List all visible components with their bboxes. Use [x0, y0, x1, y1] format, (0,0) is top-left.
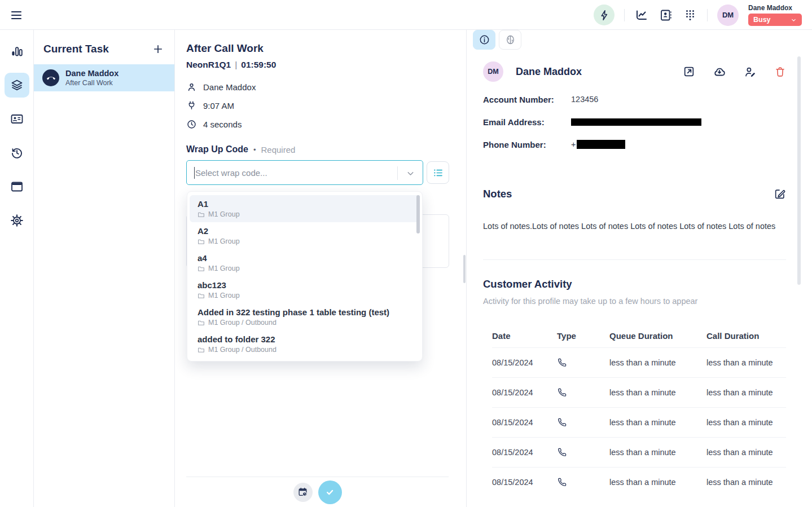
phone-call-icon — [557, 477, 567, 487]
acw-timer: 01:59:50 — [241, 60, 276, 70]
open-profile-button[interactable] — [683, 65, 695, 78]
wrap-code-dropdown: A1 M1 Group A2 M1 Group a4 M1 Group abc1… — [187, 191, 423, 361]
plus-icon — [152, 43, 164, 55]
account-number-label: Account Number: — [483, 95, 571, 104]
activity-date: 08/15/2024 — [492, 388, 557, 397]
gear-icon — [10, 214, 24, 227]
analytics-chart-button[interactable] — [634, 8, 649, 23]
wrap-code-option[interactable]: A1 M1 Group — [190, 195, 420, 222]
activity-row[interactable]: 08/15/2024 less than a minute less than … — [492, 437, 786, 467]
activity-row[interactable]: 08/15/2024 less than a minute less than … — [492, 407, 786, 437]
wrap-code-option[interactable]: Added in 322 testing phase 1 table testi… — [190, 303, 420, 330]
option-title: A1 — [197, 199, 412, 209]
user-avatar[interactable]: DM — [717, 5, 739, 26]
task-call-avatar — [42, 69, 59, 86]
wrap-code-option[interactable]: a4 M1 Group — [190, 249, 420, 276]
user-edit-icon — [744, 65, 757, 78]
tab-profile-info[interactable] — [473, 30, 495, 50]
tab-ai-insights[interactable] — [499, 30, 521, 50]
add-task-button[interactable] — [151, 42, 165, 56]
account-number-row: Account Number: 123456 — [483, 94, 786, 104]
activity-row[interactable]: 08/15/2024 less than a minute less than … — [492, 377, 786, 407]
list-icon — [432, 167, 444, 179]
option-title: Added in 322 testing phase 1 table testi… — [197, 307, 412, 317]
contacts-button[interactable] — [659, 8, 673, 23]
wrap-code-option[interactable]: abc123 M1 Group — [190, 276, 420, 303]
chevron-down-icon[interactable] — [406, 169, 415, 178]
status-dropdown-button[interactable]: Busy — [748, 14, 802, 26]
wrap-code-placeholder: Select wrap code... — [195, 168, 267, 178]
activity-queue-duration: less than a minute — [609, 448, 706, 457]
col-call-duration: Call Duration — [706, 331, 786, 341]
call-end-icon — [46, 73, 56, 83]
info-icon — [479, 34, 490, 46]
col-queue-duration: Queue Duration — [609, 331, 706, 341]
task-title: After Call Work — [186, 42, 449, 55]
activity-call-duration: less than a minute — [706, 358, 786, 367]
nav-analytics[interactable] — [5, 39, 29, 64]
option-group: M1 Group / Outbound — [208, 319, 276, 327]
schedule-callback-button[interactable] — [293, 483, 313, 502]
option-group: M1 Group — [208, 237, 240, 245]
nav-history[interactable] — [5, 140, 29, 165]
phone-redacted — [577, 140, 625, 149]
topbar-divider — [624, 9, 625, 21]
activity-row[interactable]: 08/15/2024 less than a minute less than … — [492, 467, 786, 497]
option-group: M1 Group — [208, 292, 240, 299]
profile-avatar: DM — [483, 61, 503, 82]
download-profile-button[interactable] — [713, 65, 726, 78]
clock-icon — [186, 119, 197, 130]
phone-prefix: + — [571, 140, 576, 149]
col-date: Date — [492, 331, 557, 341]
dropdown-scrollbar[interactable] — [416, 195, 420, 233]
phone-call-icon — [557, 447, 567, 457]
customer-activity-title: Customer Activity — [483, 278, 786, 290]
activity-date: 08/15/2024 — [492, 358, 557, 367]
main-panel-scrollbar[interactable] — [463, 255, 466, 283]
wrap-code-option[interactable]: A2 M1 Group — [190, 222, 420, 249]
quick-action-button[interactable] — [594, 5, 615, 25]
edit-notes-button[interactable] — [774, 188, 786, 200]
task-status: After Call Work — [65, 79, 118, 87]
layers-icon — [10, 78, 24, 92]
customer-activity-subtitle: Activity for this profile may take up to… — [483, 297, 786, 306]
nav-settings[interactable] — [5, 208, 29, 233]
wrap-code-option[interactable]: added to folder 322 M1 Group / Outbound — [190, 330, 420, 358]
activity-table-header: Date Type Queue Duration Call Duration — [492, 324, 786, 347]
topbar-divider — [707, 9, 708, 21]
activity-table: Date Type Queue Duration Call Duration 0… — [492, 324, 786, 497]
option-group: M1 Group — [208, 264, 240, 272]
wrap-code-list-button[interactable] — [427, 161, 449, 184]
hamburger-menu-button[interactable] — [9, 8, 25, 23]
wrap-code-select[interactable]: Select wrap code... A1 M1 Group A2 M1 Gr… — [186, 160, 423, 185]
option-title: added to folder 322 — [197, 334, 412, 344]
dialpad-button[interactable] — [683, 8, 697, 23]
complete-task-button[interactable] — [318, 480, 342, 504]
edit-note-icon — [774, 188, 786, 200]
folder-icon — [197, 211, 205, 218]
current-task-title: Current Task — [43, 43, 109, 55]
activity-queue-duration: less than a minute — [609, 478, 706, 487]
nav-tasks[interactable] — [5, 73, 29, 98]
nav-browser[interactable] — [5, 174, 29, 199]
email-row: Email Address: — [483, 117, 786, 127]
activity-call-duration: less than a minute — [706, 388, 786, 397]
option-group: M1 Group / Outbound — [208, 346, 276, 354]
task-list-item[interactable]: Dane Maddox After Call Work — [34, 64, 174, 91]
activity-queue-duration: less than a minute — [609, 358, 706, 367]
cloud-download-icon — [713, 65, 726, 78]
notes-text: Lots of notes.Lots of notes Lots of note… — [483, 221, 786, 232]
lightning-bolt-icon — [598, 9, 611, 21]
activity-call-duration: less than a minute — [706, 478, 786, 487]
contact-book-icon — [659, 8, 673, 22]
profile-panel-scrollbar[interactable] — [797, 56, 801, 285]
activity-row[interactable]: 08/15/2024 less than a minute less than … — [492, 347, 786, 377]
activity-queue-duration: less than a minute — [609, 388, 706, 397]
nav-contacts[interactable] — [5, 107, 29, 131]
email-redacted — [571, 118, 701, 126]
left-nav-rail — [0, 30, 34, 507]
dialpad-icon — [683, 8, 697, 22]
edit-profile-button[interactable] — [744, 65, 757, 78]
required-label: Required — [261, 145, 296, 155]
delete-profile-button[interactable] — [774, 66, 786, 78]
